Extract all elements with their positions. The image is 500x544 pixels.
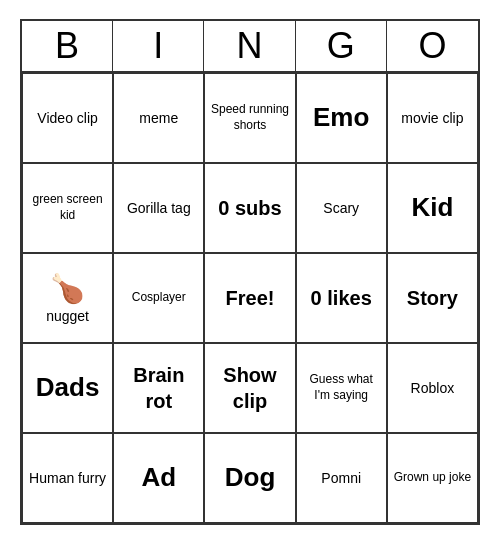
- cell-10[interactable]: 🍗 nugget: [22, 253, 113, 343]
- cell-19[interactable]: Roblox: [387, 343, 478, 433]
- header-o: O: [387, 21, 478, 71]
- cell-8[interactable]: Scary: [296, 163, 387, 253]
- cell-18[interactable]: Guess what I'm saying: [296, 343, 387, 433]
- cell-23[interactable]: Pomni: [296, 433, 387, 523]
- cell-11[interactable]: Cosplayer: [113, 253, 204, 343]
- header-g: G: [296, 21, 387, 71]
- cell-17[interactable]: Show clip: [204, 343, 295, 433]
- bingo-grid: Video clip meme Speed running shorts Emo…: [22, 73, 478, 523]
- cell-2[interactable]: Speed running shorts: [204, 73, 295, 163]
- bingo-card: B I N G O Video clip meme Speed running …: [20, 19, 480, 525]
- cell-20[interactable]: Human furry: [22, 433, 113, 523]
- cell-13[interactable]: 0 likes: [296, 253, 387, 343]
- cell-14[interactable]: Story: [387, 253, 478, 343]
- cell-7[interactable]: 0 subs: [204, 163, 295, 253]
- cell-24[interactable]: Grown up joke: [387, 433, 478, 523]
- cell-22[interactable]: Dog: [204, 433, 295, 523]
- cell-3[interactable]: Emo: [296, 73, 387, 163]
- cell-6[interactable]: Gorilla tag: [113, 163, 204, 253]
- header-i: I: [113, 21, 204, 71]
- cell-5[interactable]: green screen kid: [22, 163, 113, 253]
- cell-9[interactable]: Kid: [387, 163, 478, 253]
- header-b: B: [22, 21, 113, 71]
- cell-16[interactable]: Brain rot: [113, 343, 204, 433]
- bingo-header: B I N G O: [22, 21, 478, 73]
- cell-15[interactable]: Dads: [22, 343, 113, 433]
- cell-4[interactable]: movie clip: [387, 73, 478, 163]
- cell-21[interactable]: Ad: [113, 433, 204, 523]
- header-n: N: [204, 21, 295, 71]
- cell-1[interactable]: meme: [113, 73, 204, 163]
- cell-0[interactable]: Video clip: [22, 73, 113, 163]
- cell-12-free[interactable]: Free!: [204, 253, 295, 343]
- nugget-icon: 🍗: [50, 271, 85, 307]
